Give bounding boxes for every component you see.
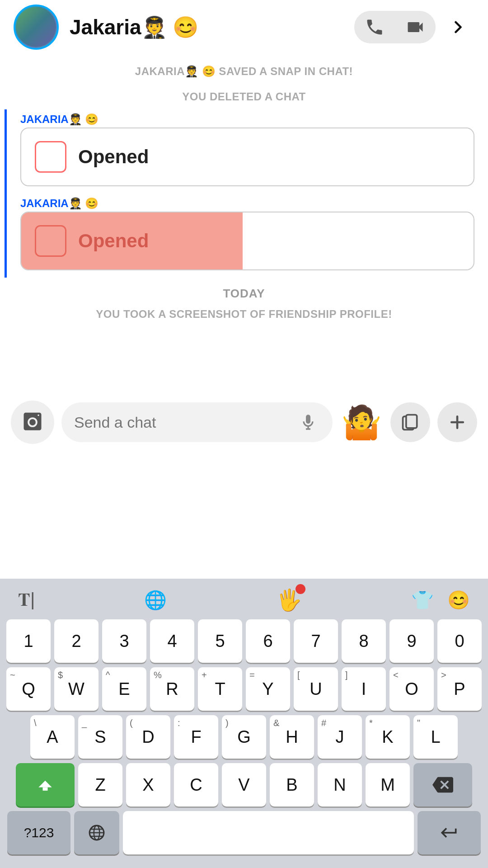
sender-block-1: JAKARIA🧑‍✈️ 😊 Opened — [5, 109, 488, 193]
snap-message-2[interactable]: Opened Opened — [7, 212, 488, 278]
key-w[interactable]: $W — [54, 667, 99, 711]
sender-label-1: JAKARIA🧑‍✈️ 😊 — [7, 109, 488, 127]
key-p[interactable]: >P — [437, 667, 482, 711]
key-q[interactable]: ~Q — [6, 667, 51, 711]
chat-header: Jakaria🧑‍✈️ 😊 — [0, 0, 488, 54]
key-2[interactable]: 2 — [54, 619, 99, 663]
chat-input[interactable] — [74, 414, 296, 431]
key-y[interactable]: =Y — [246, 667, 290, 711]
key-3[interactable]: 3 — [102, 619, 146, 663]
key-f[interactable]: :F — [174, 715, 218, 759]
emoji-icon[interactable]: 😊 — [447, 590, 470, 611]
keyboard-rows: 1 2 3 4 5 6 7 8 9 0 ~Q $W ^E %R +T =Y [U… — [0, 619, 488, 854]
call-video-group — [354, 11, 436, 43]
key-m[interactable]: M — [366, 763, 410, 807]
key-a[interactable]: \A — [30, 715, 75, 759]
key-e[interactable]: ^E — [102, 667, 146, 711]
snap-card-2[interactable]: Opened Opened — [20, 212, 474, 270]
key-1[interactable]: 1 — [6, 619, 51, 663]
key-t[interactable]: +T — [198, 667, 242, 711]
bottom-input-bar: 🤷 — [0, 392, 488, 452]
more-button[interactable] — [442, 11, 474, 43]
key-6[interactable]: 6 — [246, 619, 290, 663]
key-n[interactable]: N — [318, 763, 362, 807]
space-key[interactable] — [123, 811, 414, 854]
bottom-row: ?123 — [4, 811, 484, 854]
snap-label-2-pink: Opened — [78, 230, 149, 252]
shirt-icon[interactable]: 👕 — [411, 590, 434, 611]
key-5[interactable]: 5 — [198, 619, 242, 663]
sym-key[interactable]: ?123 — [7, 811, 70, 854]
key-8[interactable]: 8 — [342, 619, 386, 663]
qwerty-row: ~Q $W ^E %R +T =Y [U ]I <O >P — [4, 667, 484, 711]
camera-button[interactable] — [11, 401, 54, 444]
snap-icon-2-pink — [35, 225, 66, 257]
key-r[interactable]: %R — [150, 667, 194, 711]
key-u[interactable]: [U — [294, 667, 338, 711]
sender-block-2: JAKARIA🧑‍✈️ 😊 Opened Opened — [5, 193, 488, 278]
cursor-icon[interactable]: 𝐓| — [18, 590, 35, 610]
svg-rect-1 — [406, 415, 417, 428]
call-button[interactable] — [354, 11, 395, 43]
key-s[interactable]: _S — [78, 715, 122, 759]
header-actions — [354, 11, 474, 43]
contact-name: Jakaria🧑‍✈️ 😊 — [70, 15, 354, 39]
key-g[interactable]: )G — [222, 715, 266, 759]
screenshot-notice: YOU TOOK A SCREENSHOT OF FRIENDSHIP PROF… — [0, 304, 488, 330]
globe-icon[interactable]: 🌐 — [144, 590, 167, 611]
key-k[interactable]: *K — [366, 715, 410, 759]
sticker-button[interactable]: 🤷 — [340, 401, 383, 444]
mic-center[interactable]: 🖐 — [276, 588, 302, 612]
zxcv-row: Z X C V B N M — [4, 763, 484, 807]
key-b[interactable]: B — [270, 763, 314, 807]
key-h[interactable]: &H — [270, 715, 314, 759]
chat-input-wrapper[interactable] — [61, 402, 333, 442]
mic-button[interactable] — [296, 410, 320, 434]
keyboard-toolbar: 𝐓| 🌐 🖐 👕 😊 — [0, 583, 488, 619]
backspace-key[interactable] — [413, 763, 472, 807]
system-message-2: YOU DELETED A CHAT — [0, 84, 488, 109]
enter-key[interactable] — [418, 811, 481, 854]
date-label: TODAY — [0, 278, 488, 304]
key-i[interactable]: ]I — [342, 667, 386, 711]
avatar[interactable] — [14, 5, 59, 50]
key-x[interactable]: X — [126, 763, 170, 807]
key-v[interactable]: V — [222, 763, 266, 807]
key-4[interactable]: 4 — [150, 619, 194, 663]
key-j[interactable]: #J — [318, 715, 362, 759]
key-d[interactable]: (D — [126, 715, 170, 759]
key-0[interactable]: 0 — [437, 619, 482, 663]
kb-tool-right: 👕 😊 — [411, 590, 470, 611]
snap-card-1[interactable]: Opened — [20, 127, 474, 186]
system-message-1: JAKARIA🧑‍✈️ 😊 SAVED A SNAP IN CHAT! — [0, 59, 488, 84]
cards-button[interactable] — [390, 402, 430, 442]
snap-pink-overlay: Opened — [21, 212, 243, 269]
svg-rect-2 — [43, 788, 48, 791]
chat-area: JAKARIA🧑‍✈️ 😊 SAVED A SNAP IN CHAT! YOU … — [0, 54, 488, 334]
snap-icon-1 — [35, 141, 66, 173]
snap-message-1[interactable]: Opened — [7, 127, 488, 193]
sender-label-2: JAKARIA🧑‍✈️ 😊 — [7, 193, 488, 212]
asdf-row: \A _S (D :F )G &H #J *K "L — [4, 715, 484, 759]
shift-key[interactable] — [16, 763, 75, 807]
plus-button[interactable] — [437, 402, 477, 442]
key-9[interactable]: 9 — [389, 619, 434, 663]
number-row: 1 2 3 4 5 6 7 8 9 0 — [4, 619, 484, 663]
globe-key[interactable] — [74, 811, 119, 854]
key-7[interactable]: 7 — [294, 619, 338, 663]
snap-label-1: Opened — [78, 146, 149, 168]
record-indicator — [296, 584, 305, 594]
keyboard: 𝐓| 🌐 🖐 👕 😊 1 2 3 4 5 6 7 8 9 0 ~Q $W — [0, 579, 488, 868]
key-l[interactable]: "L — [413, 715, 458, 759]
key-o[interactable]: <O — [389, 667, 434, 711]
key-c[interactable]: C — [174, 763, 218, 807]
video-button[interactable] — [395, 11, 436, 43]
key-z[interactable]: Z — [78, 763, 122, 807]
